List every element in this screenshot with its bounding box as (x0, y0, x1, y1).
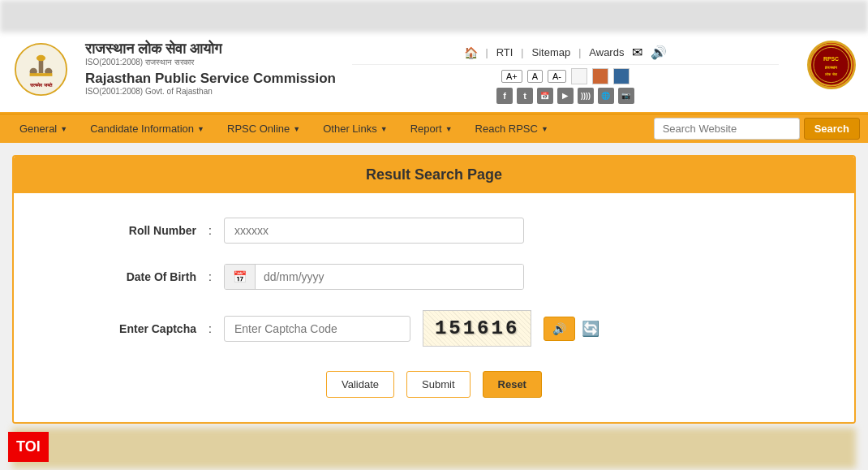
captcha-controls-row: 151616 🔊 🔄 (224, 310, 599, 347)
social-icons-row: f t 📅 ▶ )))) 🌐 📷 (496, 88, 634, 104)
submit-button[interactable]: Submit (406, 371, 470, 398)
nav-general[interactable]: General ▼ (8, 114, 79, 143)
accessibility-row: A+ A A- (501, 65, 630, 88)
chevron-down-icon: ▼ (60, 125, 67, 133)
twitter-icon[interactable]: t (517, 88, 533, 104)
roll-number-label: Roll Number (46, 224, 208, 237)
page-content: Result Search Page Roll Number : Date Of… (0, 143, 868, 470)
svg-point-2 (36, 54, 45, 60)
roll-number-row: Roll Number : (46, 218, 822, 244)
color-swatch-white[interactable] (571, 68, 587, 84)
result-search-page-title: Result Search Page (14, 157, 854, 193)
nav-candidate-information[interactable]: Candidate Information ▼ (79, 114, 216, 143)
captcha-audio-button[interactable]: 🔊 (544, 317, 575, 341)
rss-icon[interactable]: )))) (578, 88, 594, 104)
speaker-icon[interactable]: 🔊 (651, 45, 667, 60)
search-button[interactable]: Search (804, 118, 860, 140)
chevron-down-icon: ▼ (293, 125, 300, 133)
logo-hindi-title: राजस्थान लोक सेवा आयोग (85, 41, 336, 58)
logo-text: राजस्थान लोक सेवा आयोग ISO(2001:2008) रा… (85, 41, 336, 96)
logo-english-subtitle: ISO(2001:2008) Govt. of Rajasthan (85, 87, 336, 96)
logo-emblem: सत्यमेव जयते (12, 41, 69, 97)
svg-text:राजस्थान: राजस्थान (824, 65, 839, 69)
validate-button[interactable]: Validate (326, 371, 394, 398)
roll-number-input[interactable] (224, 218, 524, 244)
color-swatch-blue[interactable] (613, 68, 630, 84)
svg-rect-5 (29, 73, 52, 76)
color-swatch-orange[interactable] (592, 68, 608, 84)
bottom-blurred-area (12, 428, 856, 468)
right-emblem: RPSC राजस्थान लोक सेवा (807, 41, 856, 89)
awards-link[interactable]: Awards (589, 46, 624, 58)
main-nav: General ▼ Candidate Information ▼ RPSC O… (0, 114, 868, 143)
nav-report[interactable]: Report ▼ (399, 114, 464, 143)
logo-hindi-subtitle: ISO(2001:2008) राजस्थान सरकार (85, 58, 336, 67)
search-input[interactable] (654, 118, 800, 140)
svg-text:RPSC: RPSC (823, 56, 839, 62)
home-icon[interactable]: 🏠 (464, 46, 478, 59)
sitemap-link[interactable]: Sitemap (531, 46, 570, 58)
dob-input[interactable] (256, 265, 523, 289)
font-normal-btn[interactable]: A (527, 70, 543, 83)
chevron-down-icon: ▼ (541, 125, 548, 133)
youtube-icon[interactable]: ▶ (557, 88, 574, 104)
facebook-icon[interactable]: f (496, 88, 513, 104)
top-links-bar: 🏠 | RTI | Sitemap | Awards ✉ 🔊 (352, 41, 779, 65)
calendar-icon[interactable]: 📅 (537, 88, 553, 104)
dob-colon: : (208, 270, 212, 283)
roll-number-colon: : (208, 224, 212, 237)
svg-text:सत्यमेव जयते: सत्यमेव जयते (29, 81, 53, 87)
top-banner (0, 0, 868, 32)
result-body: Roll Number : Date Of Birth : 📅 Enter Ca… (14, 193, 854, 422)
captcha-row: Enter Captcha : 151616 🔊 🔄 (46, 310, 822, 347)
chevron-down-icon: ▼ (445, 125, 453, 133)
chevron-down-icon: ▼ (197, 125, 204, 133)
rti-link[interactable]: RTI (496, 46, 513, 58)
reset-button[interactable]: Reset (483, 371, 542, 398)
calendar-icon[interactable]: 📅 (225, 265, 256, 289)
captcha-action-buttons: 🔊 🔄 (544, 317, 599, 341)
nav-other-links[interactable]: Other Links ▼ (312, 114, 398, 143)
result-box: Result Search Page Roll Number : Date Of… (12, 155, 856, 424)
nav-rpsc-online[interactable]: RPSC Online ▼ (216, 114, 312, 143)
captcha-image: 151616 (423, 310, 531, 347)
globe-icon[interactable]: 🌐 (598, 88, 614, 104)
captcha-label: Enter Captcha (46, 322, 208, 335)
nav-reach-rpsc[interactable]: Reach RPSC ▼ (464, 114, 560, 143)
dob-row: Date Of Birth : 📅 (46, 264, 822, 290)
toi-badge: TOI (8, 432, 49, 462)
email-icon[interactable]: ✉ (632, 45, 642, 60)
captcha-input[interactable] (224, 316, 410, 342)
chevron-down-icon: ▼ (380, 125, 388, 133)
camera-icon[interactable]: 📷 (618, 88, 634, 104)
font-increase-btn[interactable]: A+ (501, 70, 522, 83)
dob-label: Date Of Birth (46, 270, 208, 283)
svg-text:लोक सेवा: लोक सेवा (824, 71, 837, 75)
font-decrease-btn[interactable]: A- (548, 70, 566, 83)
dob-input-wrapper: 📅 (224, 264, 524, 290)
search-area: Search (654, 118, 860, 140)
captcha-refresh-button[interactable]: 🔄 (582, 320, 599, 338)
center-nav-section: 🏠 | RTI | Sitemap | Awards ✉ 🔊 A+ A A- f (352, 41, 779, 104)
action-buttons-row: Validate Submit Reset (46, 371, 822, 398)
logo-english-title: Rajasthan Public Service Commission (85, 71, 336, 87)
captcha-colon: : (208, 322, 212, 335)
